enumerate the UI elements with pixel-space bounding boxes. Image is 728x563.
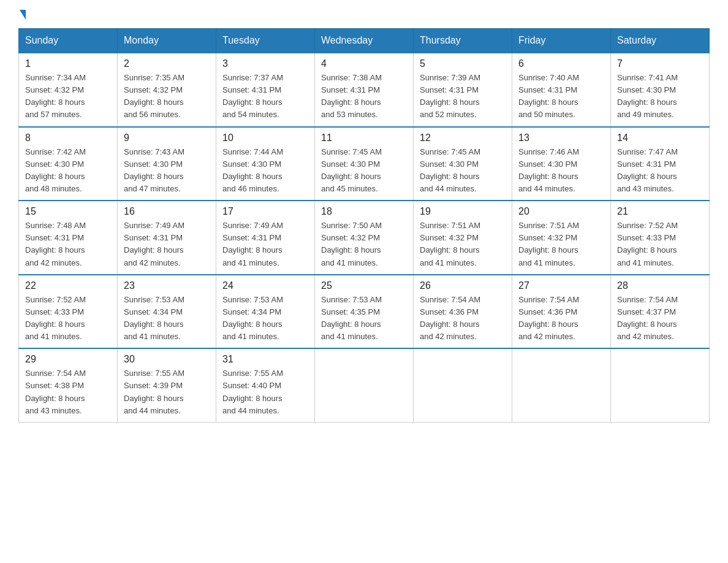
calendar-cell: 30 Sunrise: 7:55 AM Sunset: 4:39 PM Dayl… (118, 348, 216, 422)
day-number: 14 (617, 132, 703, 144)
day-info: Sunrise: 7:47 AM Sunset: 4:31 PM Dayligh… (617, 146, 703, 196)
calendar-cell: 23 Sunrise: 7:53 AM Sunset: 4:34 PM Dayl… (118, 275, 216, 349)
day-number: 23 (124, 280, 210, 291)
day-info: Sunrise: 7:34 AM Sunset: 4:32 PM Dayligh… (25, 72, 111, 121)
logo-triangle-icon (20, 10, 26, 20)
calendar-header-sunday: Sunday (19, 29, 118, 53)
day-number: 20 (518, 206, 604, 217)
calendar-cell: 13 Sunrise: 7:46 AM Sunset: 4:30 PM Dayl… (512, 127, 611, 201)
calendar-cell: 24 Sunrise: 7:53 AM Sunset: 4:34 PM Dayl… (216, 275, 315, 349)
day-number: 19 (420, 206, 506, 217)
day-number: 1 (25, 58, 111, 69)
calendar-cell (512, 348, 611, 422)
calendar-cell: 18 Sunrise: 7:50 AM Sunset: 4:32 PM Dayl… (315, 201, 414, 275)
calendar-cell: 8 Sunrise: 7:42 AM Sunset: 4:30 PM Dayli… (19, 127, 118, 201)
calendar-cell (611, 348, 710, 422)
day-number: 24 (222, 280, 308, 291)
calendar-cell: 6 Sunrise: 7:40 AM Sunset: 4:31 PM Dayli… (512, 53, 611, 127)
day-number: 8 (25, 132, 111, 144)
calendar-header-thursday: Thursday (414, 29, 512, 53)
calendar-cell: 1 Sunrise: 7:34 AM Sunset: 4:32 PM Dayli… (19, 53, 118, 127)
calendar-header-monday: Monday (118, 29, 216, 53)
day-info: Sunrise: 7:43 AM Sunset: 4:30 PM Dayligh… (124, 146, 210, 196)
day-number: 22 (25, 280, 111, 291)
day-number: 5 (420, 58, 506, 69)
calendar-table: SundayMondayTuesdayWednesdayThursdayFrid… (18, 28, 710, 423)
calendar-cell: 9 Sunrise: 7:43 AM Sunset: 4:30 PM Dayli… (118, 127, 216, 201)
calendar-cell: 21 Sunrise: 7:52 AM Sunset: 4:33 PM Dayl… (611, 201, 710, 275)
calendar-header-wednesday: Wednesday (315, 29, 414, 53)
calendar-cell (315, 348, 414, 422)
calendar-cell: 19 Sunrise: 7:51 AM Sunset: 4:32 PM Dayl… (414, 201, 512, 275)
day-info: Sunrise: 7:51 AM Sunset: 4:32 PM Dayligh… (518, 220, 604, 269)
day-info: Sunrise: 7:48 AM Sunset: 4:31 PM Dayligh… (25, 220, 111, 269)
calendar-cell: 27 Sunrise: 7:54 AM Sunset: 4:36 PM Dayl… (512, 275, 611, 349)
calendar-cell: 14 Sunrise: 7:47 AM Sunset: 4:31 PM Dayl… (611, 127, 710, 201)
calendar-header-tuesday: Tuesday (216, 29, 315, 53)
calendar-header-saturday: Saturday (611, 29, 710, 53)
calendar-cell: 22 Sunrise: 7:52 AM Sunset: 4:33 PM Dayl… (19, 275, 118, 349)
calendar-cell: 20 Sunrise: 7:51 AM Sunset: 4:32 PM Dayl… (512, 201, 611, 275)
day-info: Sunrise: 7:53 AM Sunset: 4:34 PM Dayligh… (124, 294, 210, 343)
day-number: 25 (321, 280, 407, 291)
day-number: 15 (25, 206, 111, 217)
day-info: Sunrise: 7:46 AM Sunset: 4:30 PM Dayligh… (518, 146, 604, 196)
day-number: 11 (321, 132, 407, 144)
day-info: Sunrise: 7:40 AM Sunset: 4:31 PM Dayligh… (518, 72, 604, 121)
day-number: 28 (617, 280, 703, 291)
day-number: 13 (518, 132, 604, 144)
calendar-header-friday: Friday (512, 29, 611, 53)
day-info: Sunrise: 7:50 AM Sunset: 4:32 PM Dayligh… (321, 220, 407, 269)
day-info: Sunrise: 7:54 AM Sunset: 4:38 PM Dayligh… (25, 367, 111, 417)
day-info: Sunrise: 7:51 AM Sunset: 4:32 PM Dayligh… (420, 220, 506, 269)
day-info: Sunrise: 7:38 AM Sunset: 4:31 PM Dayligh… (321, 72, 407, 121)
day-number: 16 (124, 206, 210, 217)
calendar-cell: 31 Sunrise: 7:55 AM Sunset: 4:40 PM Dayl… (216, 348, 315, 422)
day-number: 9 (124, 132, 210, 144)
calendar-cell: 12 Sunrise: 7:45 AM Sunset: 4:30 PM Dayl… (414, 127, 512, 201)
calendar-week-row: 8 Sunrise: 7:42 AM Sunset: 4:30 PM Dayli… (19, 127, 710, 201)
calendar-cell: 26 Sunrise: 7:54 AM Sunset: 4:36 PM Dayl… (414, 275, 512, 349)
day-info: Sunrise: 7:52 AM Sunset: 4:33 PM Dayligh… (25, 294, 111, 343)
day-number: 29 (25, 354, 111, 365)
day-number: 2 (124, 58, 210, 69)
day-info: Sunrise: 7:55 AM Sunset: 4:40 PM Dayligh… (222, 367, 308, 417)
calendar-header-row: SundayMondayTuesdayWednesdayThursdayFrid… (19, 29, 710, 53)
day-info: Sunrise: 7:54 AM Sunset: 4:36 PM Dayligh… (518, 294, 604, 343)
calendar-cell: 29 Sunrise: 7:54 AM Sunset: 4:38 PM Dayl… (19, 348, 118, 422)
calendar-cell: 10 Sunrise: 7:44 AM Sunset: 4:30 PM Dayl… (216, 127, 315, 201)
calendar-cell: 17 Sunrise: 7:49 AM Sunset: 4:31 PM Dayl… (216, 201, 315, 275)
day-number: 26 (420, 280, 506, 291)
calendar-cell: 25 Sunrise: 7:53 AM Sunset: 4:35 PM Dayl… (315, 275, 414, 349)
calendar-cell: 5 Sunrise: 7:39 AM Sunset: 4:31 PM Dayli… (414, 53, 512, 127)
logo (18, 12, 26, 17)
calendar-cell: 4 Sunrise: 7:38 AM Sunset: 4:31 PM Dayli… (315, 53, 414, 127)
day-number: 12 (420, 132, 506, 144)
day-number: 18 (321, 206, 407, 217)
day-info: Sunrise: 7:45 AM Sunset: 4:30 PM Dayligh… (321, 146, 407, 196)
calendar-cell: 3 Sunrise: 7:37 AM Sunset: 4:31 PM Dayli… (216, 53, 315, 127)
day-info: Sunrise: 7:49 AM Sunset: 4:31 PM Dayligh… (124, 220, 210, 269)
day-info: Sunrise: 7:44 AM Sunset: 4:30 PM Dayligh… (222, 146, 308, 196)
calendar-cell: 15 Sunrise: 7:48 AM Sunset: 4:31 PM Dayl… (19, 201, 118, 275)
day-info: Sunrise: 7:54 AM Sunset: 4:37 PM Dayligh… (617, 294, 703, 343)
day-number: 3 (222, 58, 308, 69)
day-info: Sunrise: 7:37 AM Sunset: 4:31 PM Dayligh… (222, 72, 308, 121)
day-number: 27 (518, 280, 604, 291)
day-number: 10 (222, 132, 308, 144)
calendar-cell: 2 Sunrise: 7:35 AM Sunset: 4:32 PM Dayli… (118, 53, 216, 127)
day-info: Sunrise: 7:35 AM Sunset: 4:32 PM Dayligh… (124, 72, 210, 121)
calendar-cell: 16 Sunrise: 7:49 AM Sunset: 4:31 PM Dayl… (118, 201, 216, 275)
day-info: Sunrise: 7:52 AM Sunset: 4:33 PM Dayligh… (617, 220, 703, 269)
day-number: 4 (321, 58, 407, 69)
day-info: Sunrise: 7:39 AM Sunset: 4:31 PM Dayligh… (420, 72, 506, 121)
day-number: 21 (617, 206, 703, 217)
day-info: Sunrise: 7:42 AM Sunset: 4:30 PM Dayligh… (25, 146, 111, 196)
calendar-week-row: 29 Sunrise: 7:54 AM Sunset: 4:38 PM Dayl… (19, 348, 710, 422)
calendar-week-row: 1 Sunrise: 7:34 AM Sunset: 4:32 PM Dayli… (19, 53, 710, 127)
page-header (18, 12, 710, 17)
day-info: Sunrise: 7:55 AM Sunset: 4:39 PM Dayligh… (124, 367, 210, 417)
day-info: Sunrise: 7:41 AM Sunset: 4:30 PM Dayligh… (617, 72, 703, 121)
calendar-cell: 28 Sunrise: 7:54 AM Sunset: 4:37 PM Dayl… (611, 275, 710, 349)
calendar-cell (414, 348, 512, 422)
